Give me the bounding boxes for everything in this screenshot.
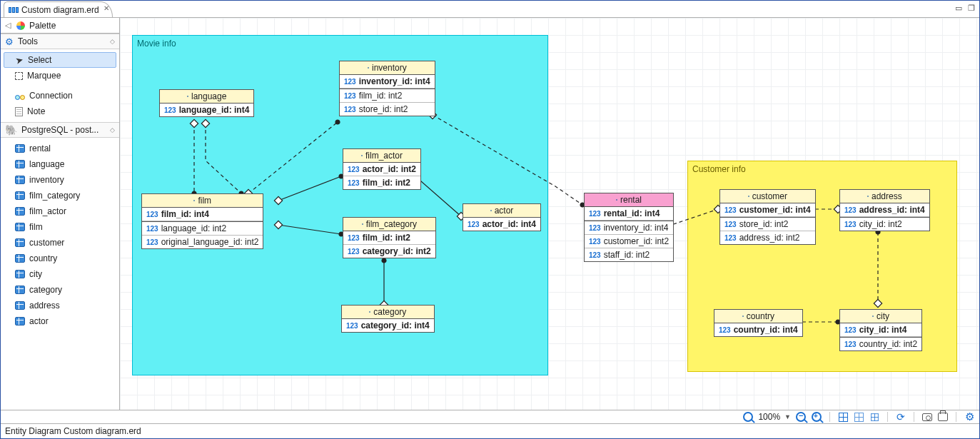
zoom-fit-button[interactable] — [742, 411, 754, 423]
erd-icon — [9, 7, 19, 13]
table-icon — [368, 67, 369, 69]
tool-select[interactable]: ➤ Select — [4, 52, 116, 68]
entity-header[interactable]: address — [840, 190, 929, 203]
zoom-level[interactable]: 100% — [758, 412, 780, 422]
entity-header[interactable]: rental — [585, 193, 673, 207]
refresh-button[interactable]: ⟳ — [895, 411, 906, 423]
gear-icon: ⚙ — [5, 36, 14, 47]
entity-header[interactable]: customer — [720, 190, 815, 203]
entity-address[interactable]: address123address_id: int4123city_id: in… — [839, 189, 930, 231]
column-film_id[interactable]: 123film_id: int2 — [343, 231, 435, 245]
entity-header[interactable]: film_category — [343, 218, 435, 231]
tool-note[interactable]: Note — [1, 104, 119, 119]
table-item-rental[interactable]: rental — [1, 141, 119, 156]
table-item-category[interactable]: category — [1, 282, 119, 298]
table-item-inventory[interactable]: inventory — [1, 172, 119, 188]
table-icon — [616, 199, 617, 201]
entity-header[interactable]: film — [142, 194, 263, 208]
entity-film_actor[interactable]: film_actor123actor_id: int2123film_id: i… — [343, 148, 421, 190]
table-item-film_actor[interactable]: film_actor — [1, 203, 119, 219]
tool-marquee[interactable]: Marquee — [1, 68, 119, 84]
column-film_id[interactable]: 123film_id: int2 — [343, 176, 420, 189]
column-category_id[interactable]: 123category_id: int4 — [342, 319, 434, 332]
table-item-actor[interactable]: actor — [1, 313, 119, 329]
zoom-out-button[interactable] — [795, 411, 807, 423]
entity-city[interactable]: city123city_id: int4123country_id: int2 — [839, 309, 922, 351]
column-customer_id[interactable]: 123customer_id: int4 — [720, 203, 815, 217]
column-address_id[interactable]: 123address_id: int4 — [840, 203, 929, 217]
column-rental_id[interactable]: 123rental_id: int4 — [585, 207, 673, 221]
entity-rental[interactable]: rental123rental_id: int4123inventory_id:… — [584, 193, 674, 262]
table-item-country[interactable]: country — [1, 251, 119, 266]
entity-customer[interactable]: customer123customer_id: int4123store_id:… — [719, 189, 816, 245]
tool-connection[interactable]: Connection — [1, 88, 119, 104]
entity-language[interactable]: language123language_id: int4 — [159, 89, 254, 117]
column-film_id[interactable]: 123film_id: int2 — [340, 89, 435, 103]
close-icon[interactable]: ✕ — [103, 4, 109, 12]
column-inventory_id[interactable]: 123inventory_id: int4 — [585, 221, 673, 235]
layout-button-1[interactable] — [837, 411, 849, 423]
entity-header[interactable]: film_actor — [343, 149, 420, 163]
column-staff_id[interactable]: 123staff_id: int2 — [585, 248, 673, 261]
column-city_id[interactable]: 123city_id: int4 — [840, 323, 921, 337]
column-country_id[interactable]: 123country_id: int4 — [714, 323, 802, 336]
entity-inventory[interactable]: inventory123inventory_id: int4123film_id… — [339, 61, 435, 116]
datatype-icon: 123 — [348, 179, 360, 187]
minimize-button[interactable]: ▭ — [955, 4, 962, 13]
status-bar: Entity Diagram Custom diagram.erd — [1, 424, 979, 438]
column-film_id[interactable]: 123film_id: int4 — [142, 208, 263, 221]
table-item-language[interactable]: language — [1, 156, 119, 172]
entity-header[interactable]: actor — [463, 204, 540, 218]
column-store_id[interactable]: 123store_id: int2 — [720, 217, 815, 231]
diagram-canvas[interactable]: Movie info Customer info — [120, 18, 979, 410]
entity-header[interactable]: country — [714, 310, 802, 323]
entity-country[interactable]: country123country_id: int4 — [714, 309, 803, 337]
column-actor_id[interactable]: 123actor_id: int2 — [343, 163, 420, 176]
column-category_id[interactable]: 123category_id: int2 — [343, 245, 435, 258]
table-icon — [748, 196, 749, 197]
datatype-icon: 123 — [589, 224, 601, 232]
palette-header: ◁ Palette — [1, 18, 119, 34]
print-button[interactable] — [937, 411, 949, 423]
tools-drawer[interactable]: ⚙ Tools ◇ — [1, 34, 119, 49]
entity-actor[interactable]: actor123actor_id: int4 — [463, 203, 541, 231]
table-item-customer[interactable]: customer — [1, 235, 119, 251]
back-icon[interactable]: ◁ — [4, 21, 12, 30]
column-language_id[interactable]: 123language_id: int2 — [142, 221, 263, 236]
column-city_id[interactable]: 123city_id: int2 — [840, 217, 929, 231]
entity-header[interactable]: inventory — [340, 61, 435, 75]
entity-header[interactable]: language — [160, 90, 253, 104]
entity-category[interactable]: category123category_id: int4 — [341, 305, 435, 333]
column-inventory_id[interactable]: 123inventory_id: int4 — [340, 75, 435, 89]
table-icon — [361, 155, 363, 156]
table-item-city[interactable]: city — [1, 266, 119, 282]
maximize-button[interactable]: ❐ — [968, 4, 975, 13]
entity-film_category[interactable]: film_category123film_id: int2123category… — [343, 217, 436, 258]
screenshot-button[interactable] — [921, 411, 933, 423]
entity-header[interactable]: city — [840, 310, 921, 323]
entity-film[interactable]: film123film_id: int4123language_id: int2… — [141, 193, 263, 249]
zoom-in-button[interactable] — [811, 411, 822, 423]
column-country_id[interactable]: 123country_id: int2 — [840, 337, 921, 350]
db-drawer[interactable]: 🐘 PostgreSQL - post... ◇ — [1, 122, 119, 138]
column-address_id[interactable]: 123address_id: int2 — [720, 231, 815, 244]
table-icon — [187, 96, 188, 97]
tab-custom-diagram[interactable]: Custom diagram.erd ✕ — [4, 1, 113, 17]
table-icon — [15, 207, 25, 216]
datatype-icon: 123 — [724, 234, 737, 242]
table-item-film[interactable]: film — [1, 219, 119, 235]
entity-header[interactable]: category — [342, 306, 434, 319]
datatype-icon: 123 — [724, 221, 737, 228]
column-actor_id[interactable]: 123actor_id: int4 — [463, 218, 540, 231]
layout-button-3[interactable] — [869, 411, 880, 423]
column-customer_id[interactable]: 123customer_id: int2 — [585, 235, 673, 248]
zoom-dropdown-icon[interactable]: ▼ — [784, 413, 791, 420]
column-original_language_id[interactable]: 123original_language_id: int2 — [142, 236, 263, 248]
column-store_id[interactable]: 123store_id: int2 — [340, 103, 435, 116]
layout-button-2[interactable] — [853, 411, 864, 423]
table-item-film_category[interactable]: film_category — [1, 188, 119, 203]
table-item-address[interactable]: address — [1, 298, 119, 313]
settings-button[interactable]: ⚙ — [964, 411, 975, 423]
palette-icon — [16, 21, 25, 30]
column-language_id[interactable]: 123language_id: int4 — [160, 104, 253, 116]
